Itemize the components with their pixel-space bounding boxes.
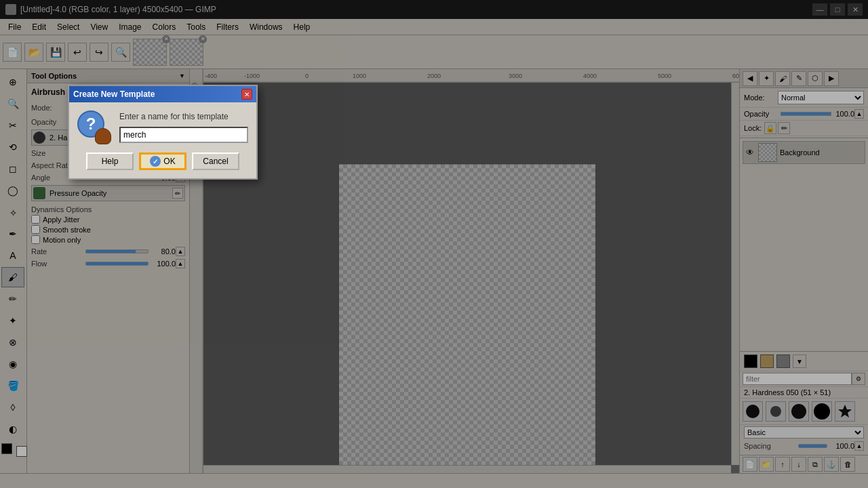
dialog-icon: ? xyxy=(77,110,111,144)
dialog-label: Enter a name for this template xyxy=(119,112,248,121)
dialog-icon-area: ? Enter a name for this template xyxy=(77,110,248,144)
dialog-buttons: Help ✓ OK Cancel xyxy=(77,152,248,170)
gimp-mascot-icon xyxy=(95,128,111,144)
dialog-content: Enter a name for this template xyxy=(119,112,248,143)
dialog-body: ? Enter a name for this template Help ✓ … xyxy=(69,102,256,178)
dialog-title: Create New Template xyxy=(73,89,155,99)
ok-icon: ✓ xyxy=(150,156,161,167)
dialog-overlay: Create New Template ✕ ? Enter a name for… xyxy=(0,0,868,488)
help-button[interactable]: Help xyxy=(86,152,134,170)
ok-button[interactable]: ✓ OK xyxy=(139,152,186,170)
cancel-button[interactable]: Cancel xyxy=(192,152,239,170)
ok-label: OK xyxy=(163,157,175,166)
create-template-dialog: Create New Template ✕ ? Enter a name for… xyxy=(68,85,258,180)
dialog-titlebar: Create New Template ✕ xyxy=(69,86,256,102)
dialog-close-button[interactable]: ✕ xyxy=(241,89,252,100)
template-name-input[interactable] xyxy=(119,127,248,143)
